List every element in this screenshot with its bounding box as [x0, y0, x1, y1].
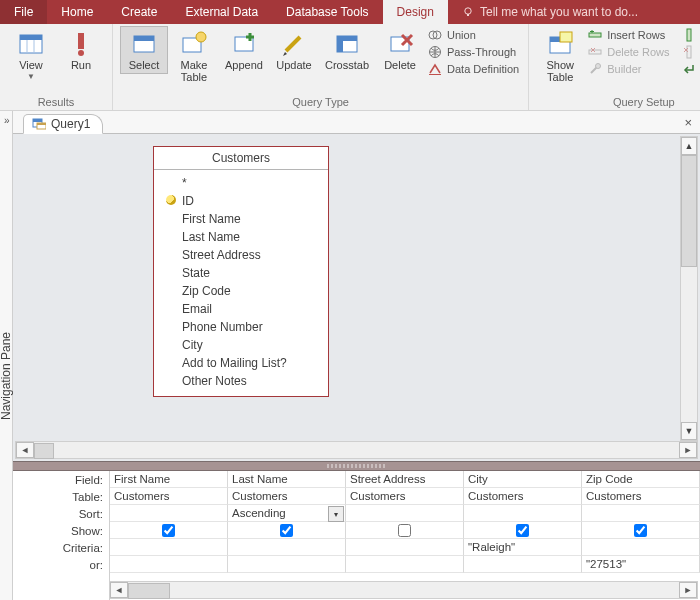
grid-cell[interactable]: [346, 556, 464, 573]
scroll-thumb[interactable]: [681, 155, 697, 267]
update-button[interactable]: Update: [270, 26, 318, 74]
grid-cell[interactable]: [464, 556, 582, 573]
grid-cell[interactable]: "Raleigh": [464, 539, 582, 556]
grid-cell[interactable]: [110, 522, 228, 539]
field-item[interactable]: Street Address: [164, 246, 328, 264]
grid-cell[interactable]: [346, 505, 464, 522]
delete-query-button[interactable]: Delete: [376, 26, 424, 74]
field-item[interactable]: Email: [164, 300, 328, 318]
show-checkbox[interactable]: [398, 524, 411, 537]
data-def-label: Data Definition: [447, 63, 519, 75]
show-checkbox[interactable]: [634, 524, 647, 537]
grid-cell[interactable]: [110, 539, 228, 556]
field-item[interactable]: Last Name: [164, 228, 328, 246]
grid-cell[interactable]: [346, 522, 464, 539]
pass-through-button[interactable]: Pass-Through: [425, 45, 522, 59]
insert-rows-button[interactable]: Insert Rows: [585, 28, 672, 42]
grid-cell[interactable]: [110, 505, 228, 522]
field-item[interactable]: Add to Mailing List?: [164, 354, 328, 372]
grid-cell[interactable]: [464, 522, 582, 539]
grid-cell[interactable]: First Name: [110, 471, 228, 488]
dropdown-icon[interactable]: ▾: [328, 506, 344, 522]
grid-cell[interactable]: [582, 539, 700, 556]
grid-cell[interactable]: [582, 505, 700, 522]
field-item[interactable]: *: [164, 174, 328, 192]
vertical-scrollbar[interactable]: ▲ ▼: [680, 136, 698, 441]
field-item[interactable]: Zip Code: [164, 282, 328, 300]
grid-cell[interactable]: Customers: [228, 488, 346, 505]
grid-cell[interactable]: Customers: [582, 488, 700, 505]
crosstab-button[interactable]: Crosstab: [320, 26, 374, 74]
scroll-left-button[interactable]: ◄: [110, 582, 128, 598]
append-button[interactable]: Append: [220, 26, 268, 74]
insert-cols-button[interactable]: Insert Co: [679, 28, 700, 42]
return-button[interactable]: Return:: [679, 62, 700, 76]
select-query-button[interactable]: Select: [120, 26, 168, 74]
delete-cols-button[interactable]: Delete Co: [679, 45, 700, 59]
grid-cell[interactable]: [228, 522, 346, 539]
union-button[interactable]: Union: [425, 28, 522, 42]
field-item[interactable]: Phone Number: [164, 318, 328, 336]
scroll-thumb[interactable]: [128, 583, 170, 599]
scroll-track[interactable]: [128, 583, 679, 597]
pane-splitter[interactable]: [13, 461, 700, 471]
show-table-button[interactable]: Show Table: [536, 26, 584, 86]
table-customers[interactable]: Customers *IDFirst NameLast NameStreet A…: [153, 146, 329, 397]
scroll-right-button[interactable]: ►: [679, 442, 697, 458]
scroll-down-button[interactable]: ▼: [681, 422, 697, 440]
run-button[interactable]: Run: [57, 26, 105, 74]
tab-create[interactable]: Create: [107, 0, 171, 24]
grid-cell[interactable]: "27513": [582, 556, 700, 573]
group-query-setup: Show Table Insert Rows Delete Rows Build…: [529, 24, 700, 110]
tab-file[interactable]: File: [0, 0, 47, 24]
grid-cell[interactable]: Street Address: [346, 471, 464, 488]
grid-cell[interactable]: Ascending▾: [228, 505, 346, 522]
grid-cell[interactable]: Customers: [464, 488, 582, 505]
make-table-button[interactable]: Make Table: [170, 26, 218, 86]
grid-cell[interactable]: [582, 522, 700, 539]
grid-cell[interactable]: [346, 539, 464, 556]
show-checkbox[interactable]: [280, 524, 293, 537]
close-document-button[interactable]: ×: [684, 115, 692, 130]
grid-cell[interactable]: Customers: [346, 488, 464, 505]
field-item[interactable]: Other Notes: [164, 372, 328, 390]
grid-cell[interactable]: Zip Code: [582, 471, 700, 488]
delete-rows-button[interactable]: Delete Rows: [585, 45, 672, 59]
field-item[interactable]: City: [164, 336, 328, 354]
field-item[interactable]: ID: [164, 192, 328, 210]
diagram-h-scrollbar[interactable]: ◄ ►: [15, 441, 698, 459]
builder-button[interactable]: Builder: [585, 62, 672, 76]
show-checkbox[interactable]: [516, 524, 529, 537]
grid-cell[interactable]: [228, 556, 346, 573]
workspace: » Navigation Pane Query1 × Customers *ID…: [0, 111, 700, 600]
scroll-left-button[interactable]: ◄: [16, 442, 34, 458]
navigation-pane-collapsed[interactable]: » Navigation Pane: [0, 111, 13, 600]
expand-nav-icon[interactable]: »: [4, 115, 10, 126]
field-item[interactable]: First Name: [164, 210, 328, 228]
grid-cell[interactable]: [110, 556, 228, 573]
show-checkbox[interactable]: [162, 524, 175, 537]
view-button[interactable]: View ▼: [7, 26, 55, 84]
tab-database-tools[interactable]: Database Tools: [272, 0, 383, 24]
tab-home[interactable]: Home: [47, 0, 107, 24]
tell-me-search[interactable]: Tell me what you want to do...: [448, 0, 700, 24]
make-table-label: Make Table: [181, 59, 208, 83]
grid-cell[interactable]: Customers: [110, 488, 228, 505]
grid-cell[interactable]: City: [464, 471, 582, 488]
query-diagram-pane[interactable]: Customers *IDFirst NameLast NameStreet A…: [13, 134, 700, 461]
grid-h-scrollbar[interactable]: ◄ ►: [109, 581, 698, 599]
data-definition-button[interactable]: Data Definition: [425, 62, 522, 76]
update-label: Update: [276, 59, 311, 71]
scroll-up-button[interactable]: ▲: [681, 137, 697, 155]
scroll-right-button[interactable]: ►: [679, 582, 697, 598]
grid-cell[interactable]: Last Name: [228, 471, 346, 488]
scroll-track[interactable]: [34, 443, 679, 457]
grid-cell[interactable]: [228, 539, 346, 556]
tab-design[interactable]: Design: [383, 0, 448, 24]
grid-cell[interactable]: [464, 505, 582, 522]
document-tab-query1[interactable]: Query1: [23, 114, 103, 134]
tab-external-data[interactable]: External Data: [171, 0, 272, 24]
field-item[interactable]: State: [164, 264, 328, 282]
scroll-thumb[interactable]: [34, 443, 54, 459]
scroll-track[interactable]: [681, 155, 697, 422]
